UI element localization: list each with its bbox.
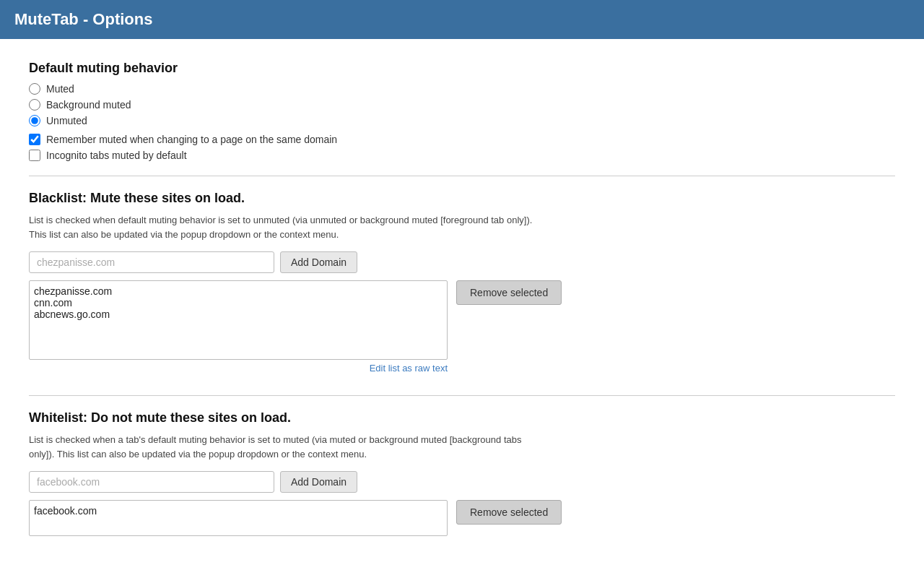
blacklist-edit-raw-link[interactable]: Edit list as raw text	[29, 363, 448, 374]
blacklist-desc-line1: List is checked when default muting beha…	[29, 215, 532, 225]
whitelist-title: Whitelist: Do not mute these sites on lo…	[29, 410, 895, 426]
blacklist-domain-list[interactable]	[29, 280, 448, 360]
default-muting-title: Default muting behavior	[29, 61, 895, 76]
muted-radio[interactable]	[29, 83, 40, 95]
unmuted-label: Unmuted	[46, 115, 87, 126]
blacklist-input-row: Add Domain	[29, 251, 895, 273]
remember-muted-text: Remember muted when changing to a page o…	[46, 134, 337, 145]
blacklist-domain-input[interactable]	[29, 251, 274, 273]
divider-2	[29, 395, 895, 396]
blacklist-list-row: Edit list as raw text Remove selected	[29, 280, 895, 374]
page-content: Default muting behavior Muted Background…	[0, 39, 924, 578]
page-header: MuteTab - Options	[0, 0, 924, 39]
incognito-muted-checkbox[interactable]	[29, 150, 40, 161]
blacklist-remove-button[interactable]: Remove selected	[456, 280, 562, 305]
whitelist-add-button[interactable]: Add Domain	[280, 471, 357, 493]
remember-muted-checkbox[interactable]	[29, 134, 40, 145]
muting-radio-group: Muted Background muted Unmuted	[29, 83, 895, 126]
whitelist-desc-line2: only]). This list can also be updated vi…	[29, 449, 367, 460]
muted-label: Muted	[46, 83, 74, 95]
checkbox-group: Remember muted when changing to a page o…	[29, 134, 895, 161]
whitelist-input-row: Add Domain	[29, 471, 895, 493]
whitelist-remove-button[interactable]: Remove selected	[456, 500, 562, 525]
incognito-muted-label[interactable]: Incognito tabs muted by default	[29, 150, 895, 161]
unmuted-radio[interactable]	[29, 115, 40, 126]
whitelist-desc-line1: List is checked when a tab's default mut…	[29, 434, 521, 445]
blacklist-desc-line2: This list can also be updated via the po…	[29, 229, 339, 240]
whitelist-domain-input[interactable]	[29, 471, 274, 493]
background-muted-label: Background muted	[46, 99, 131, 111]
default-muting-section: Default muting behavior Muted Background…	[29, 61, 895, 161]
remember-muted-label[interactable]: Remember muted when changing to a page o…	[29, 134, 895, 145]
whitelist-section: Whitelist: Do not mute these sites on lo…	[29, 410, 895, 536]
whitelist-list-row: Remove selected	[29, 500, 895, 536]
muted-radio-label[interactable]: Muted	[29, 83, 895, 95]
whitelist-description: List is checked when a tab's default mut…	[29, 433, 895, 461]
blacklist-description: List is checked when default muting beha…	[29, 213, 895, 241]
unmuted-radio-label[interactable]: Unmuted	[29, 115, 895, 126]
background-muted-radio-label[interactable]: Background muted	[29, 99, 895, 111]
page-title: MuteTab - Options	[14, 10, 152, 28]
divider-1	[29, 176, 895, 176]
whitelist-domain-list[interactable]	[29, 500, 448, 536]
blacklist-title: Blacklist: Mute these sites on load.	[29, 191, 895, 206]
blacklist-add-button[interactable]: Add Domain	[280, 251, 357, 273]
blacklist-section: Blacklist: Mute these sites on load. Lis…	[29, 191, 895, 374]
incognito-muted-text: Incognito tabs muted by default	[46, 150, 187, 161]
background-muted-radio[interactable]	[29, 99, 40, 111]
